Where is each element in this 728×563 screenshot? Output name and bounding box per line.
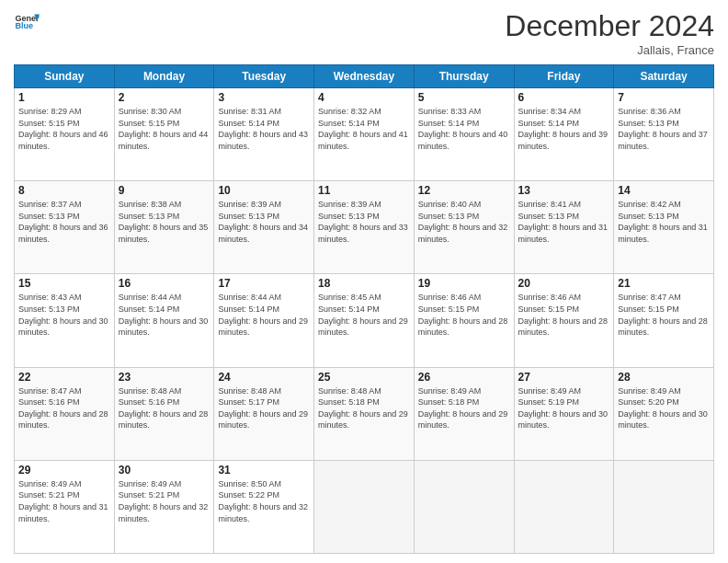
day-number: 5 bbox=[418, 91, 510, 104]
calendar-cell: 17Sunrise: 8:44 AMSunset: 5:14 PMDayligh… bbox=[214, 274, 314, 367]
calendar-cell: 13Sunrise: 8:41 AMSunset: 5:13 PMDayligh… bbox=[514, 181, 614, 274]
day-of-week-sunday: Sunday bbox=[15, 65, 115, 88]
calendar-cell: 4Sunrise: 8:32 AMSunset: 5:14 PMDaylight… bbox=[314, 88, 415, 181]
day-detail: Sunrise: 8:49 AMSunset: 5:21 PMDaylight:… bbox=[119, 478, 210, 524]
calendar-cell: 6Sunrise: 8:34 AMSunset: 5:14 PMDaylight… bbox=[514, 88, 614, 181]
calendar-cell bbox=[514, 460, 614, 553]
day-detail: Sunrise: 8:49 AMSunset: 5:21 PMDaylight:… bbox=[18, 478, 110, 524]
calendar-table: SundayMondayTuesdayWednesdayThursdayFrid… bbox=[14, 64, 714, 554]
day-detail: Sunrise: 8:46 AMSunset: 5:15 PMDaylight:… bbox=[518, 292, 610, 338]
day-number: 13 bbox=[518, 184, 610, 197]
logo-icon: General Blue bbox=[14, 9, 40, 35]
day-number: 16 bbox=[119, 277, 210, 290]
day-number: 22 bbox=[18, 371, 110, 384]
calendar-cell: 20Sunrise: 8:46 AMSunset: 5:15 PMDayligh… bbox=[514, 274, 614, 367]
day-number: 10 bbox=[218, 184, 310, 197]
calendar-cell bbox=[614, 460, 714, 553]
day-detail: Sunrise: 8:36 AMSunset: 5:13 PMDaylight:… bbox=[618, 106, 710, 152]
calendar-cell: 19Sunrise: 8:46 AMSunset: 5:15 PMDayligh… bbox=[414, 274, 514, 367]
day-detail: Sunrise: 8:49 AMSunset: 5:19 PMDaylight:… bbox=[518, 385, 610, 431]
day-detail: Sunrise: 8:41 AMSunset: 5:13 PMDaylight:… bbox=[518, 199, 610, 245]
calendar-cell: 10Sunrise: 8:39 AMSunset: 5:13 PMDayligh… bbox=[214, 181, 314, 274]
day-number: 30 bbox=[119, 464, 210, 477]
day-of-week-monday: Monday bbox=[114, 65, 214, 88]
day-detail: Sunrise: 8:47 AMSunset: 5:16 PMDaylight:… bbox=[18, 385, 110, 431]
day-detail: Sunrise: 8:39 AMSunset: 5:13 PMDaylight:… bbox=[218, 199, 310, 245]
calendar-cell bbox=[314, 460, 415, 553]
calendar-cell: 12Sunrise: 8:40 AMSunset: 5:13 PMDayligh… bbox=[414, 181, 514, 274]
day-of-week-friday: Friday bbox=[514, 65, 614, 88]
calendar-cell: 1Sunrise: 8:29 AMSunset: 5:15 PMDaylight… bbox=[15, 88, 115, 181]
calendar-cell: 16Sunrise: 8:44 AMSunset: 5:14 PMDayligh… bbox=[114, 274, 214, 367]
day-of-week-tuesday: Tuesday bbox=[214, 65, 314, 88]
day-number: 17 bbox=[218, 277, 310, 290]
day-detail: Sunrise: 8:48 AMSunset: 5:16 PMDaylight:… bbox=[119, 385, 210, 431]
day-detail: Sunrise: 8:44 AMSunset: 5:14 PMDaylight:… bbox=[218, 292, 310, 338]
calendar-cell: 7Sunrise: 8:36 AMSunset: 5:13 PMDaylight… bbox=[614, 88, 714, 181]
day-detail: Sunrise: 8:47 AMSunset: 5:15 PMDaylight:… bbox=[618, 292, 710, 338]
calendar-cell: 25Sunrise: 8:48 AMSunset: 5:18 PMDayligh… bbox=[314, 367, 415, 460]
calendar-week-4: 22Sunrise: 8:47 AMSunset: 5:16 PMDayligh… bbox=[15, 367, 714, 460]
day-number: 9 bbox=[119, 184, 210, 197]
day-number: 14 bbox=[618, 184, 710, 197]
day-detail: Sunrise: 8:33 AMSunset: 5:14 PMDaylight:… bbox=[418, 106, 510, 152]
day-number: 24 bbox=[218, 371, 310, 384]
calendar-cell: 28Sunrise: 8:49 AMSunset: 5:20 PMDayligh… bbox=[614, 367, 714, 460]
day-detail: Sunrise: 8:50 AMSunset: 5:22 PMDaylight:… bbox=[218, 478, 310, 524]
day-number: 29 bbox=[18, 464, 110, 477]
day-number: 7 bbox=[618, 91, 710, 104]
day-number: 18 bbox=[318, 277, 410, 290]
day-number: 21 bbox=[618, 277, 710, 290]
calendar-week-1: 1Sunrise: 8:29 AMSunset: 5:15 PMDaylight… bbox=[15, 88, 714, 181]
calendar-week-5: 29Sunrise: 8:49 AMSunset: 5:21 PMDayligh… bbox=[15, 460, 714, 553]
calendar-cell: 24Sunrise: 8:48 AMSunset: 5:17 PMDayligh… bbox=[214, 367, 314, 460]
day-detail: Sunrise: 8:34 AMSunset: 5:14 PMDaylight:… bbox=[518, 106, 610, 152]
day-of-week-thursday: Thursday bbox=[414, 65, 514, 88]
day-detail: Sunrise: 8:37 AMSunset: 5:13 PMDaylight:… bbox=[18, 199, 110, 245]
day-number: 12 bbox=[418, 184, 510, 197]
day-number: 20 bbox=[518, 277, 610, 290]
calendar-cell: 21Sunrise: 8:47 AMSunset: 5:15 PMDayligh… bbox=[614, 274, 714, 367]
day-detail: Sunrise: 8:31 AMSunset: 5:14 PMDaylight:… bbox=[218, 106, 310, 152]
day-number: 31 bbox=[218, 464, 310, 477]
day-detail: Sunrise: 8:45 AMSunset: 5:14 PMDaylight:… bbox=[318, 292, 410, 338]
header: General Blue December 2024 Jallais, Fran… bbox=[14, 9, 714, 57]
calendar-cell: 15Sunrise: 8:43 AMSunset: 5:13 PMDayligh… bbox=[15, 274, 115, 367]
day-number: 4 bbox=[318, 91, 410, 104]
calendar-cell: 30Sunrise: 8:49 AMSunset: 5:21 PMDayligh… bbox=[114, 460, 214, 553]
day-detail: Sunrise: 8:39 AMSunset: 5:13 PMDaylight:… bbox=[318, 199, 410, 245]
day-detail: Sunrise: 8:30 AMSunset: 5:15 PMDaylight:… bbox=[119, 106, 210, 152]
day-number: 15 bbox=[18, 277, 110, 290]
calendar-cell bbox=[414, 460, 514, 553]
calendar-header-row: SundayMondayTuesdayWednesdayThursdayFrid… bbox=[15, 65, 714, 88]
day-number: 2 bbox=[119, 91, 210, 104]
day-number: 26 bbox=[418, 371, 510, 384]
day-number: 6 bbox=[518, 91, 610, 104]
calendar-cell: 3Sunrise: 8:31 AMSunset: 5:14 PMDaylight… bbox=[214, 88, 314, 181]
day-detail: Sunrise: 8:40 AMSunset: 5:13 PMDaylight:… bbox=[418, 199, 510, 245]
day-number: 1 bbox=[18, 91, 110, 104]
day-of-week-saturday: Saturday bbox=[614, 65, 714, 88]
day-detail: Sunrise: 8:32 AMSunset: 5:14 PMDaylight:… bbox=[318, 106, 410, 152]
calendar-cell: 26Sunrise: 8:49 AMSunset: 5:18 PMDayligh… bbox=[414, 367, 514, 460]
day-detail: Sunrise: 8:43 AMSunset: 5:13 PMDaylight:… bbox=[18, 292, 110, 338]
day-detail: Sunrise: 8:46 AMSunset: 5:15 PMDaylight:… bbox=[418, 292, 510, 338]
day-detail: Sunrise: 8:49 AMSunset: 5:20 PMDaylight:… bbox=[618, 385, 710, 431]
day-number: 28 bbox=[618, 371, 710, 384]
day-number: 8 bbox=[18, 184, 110, 197]
calendar-cell: 27Sunrise: 8:49 AMSunset: 5:19 PMDayligh… bbox=[514, 367, 614, 460]
location: Jallais, France bbox=[505, 43, 714, 57]
calendar-cell: 9Sunrise: 8:38 AMSunset: 5:13 PMDaylight… bbox=[114, 181, 214, 274]
calendar-cell: 18Sunrise: 8:45 AMSunset: 5:14 PMDayligh… bbox=[314, 274, 415, 367]
day-detail: Sunrise: 8:48 AMSunset: 5:18 PMDaylight:… bbox=[318, 385, 410, 431]
day-number: 3 bbox=[218, 91, 310, 104]
svg-text:Blue: Blue bbox=[15, 21, 33, 30]
calendar-week-3: 15Sunrise: 8:43 AMSunset: 5:13 PMDayligh… bbox=[15, 274, 714, 367]
calendar-week-2: 8Sunrise: 8:37 AMSunset: 5:13 PMDaylight… bbox=[15, 181, 714, 274]
calendar-cell: 23Sunrise: 8:48 AMSunset: 5:16 PMDayligh… bbox=[114, 367, 214, 460]
calendar-cell: 22Sunrise: 8:47 AMSunset: 5:16 PMDayligh… bbox=[15, 367, 115, 460]
day-number: 23 bbox=[119, 371, 210, 384]
day-of-week-wednesday: Wednesday bbox=[314, 65, 415, 88]
calendar-cell: 5Sunrise: 8:33 AMSunset: 5:14 PMDaylight… bbox=[414, 88, 514, 181]
day-detail: Sunrise: 8:38 AMSunset: 5:13 PMDaylight:… bbox=[119, 199, 210, 245]
